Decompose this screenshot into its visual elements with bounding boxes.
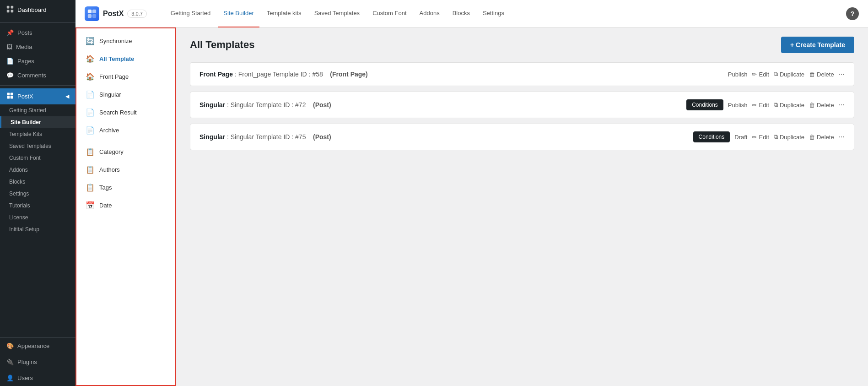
left-panel-tags[interactable]: 📋 Tags <box>76 179 175 196</box>
left-panel-date[interactable]: 📅 Date <box>76 196 175 214</box>
template-name-1: Front Page <box>199 71 233 78</box>
sidebar-item-users[interactable]: 👤 Users <box>0 370 75 386</box>
postx-label: PostX <box>17 93 33 100</box>
all-template-icon: 🏠 <box>86 54 95 63</box>
search-result-icon: 📄 <box>86 108 95 117</box>
template-type-1: (Front Page) <box>330 71 367 78</box>
svg-rect-9 <box>92 9 96 13</box>
category-icon: 📋 <box>86 147 95 156</box>
delete-link-2[interactable]: 🗑 Delete <box>809 102 834 109</box>
sidebar-sub-getting-started[interactable]: Getting Started <box>0 104 75 116</box>
svg-rect-0 <box>7 6 10 9</box>
tags-icon: 📋 <box>86 183 95 192</box>
topbar-nav-site-builder[interactable]: Site Builder <box>218 0 259 27</box>
svg-rect-10 <box>88 14 92 17</box>
singular-icon: 📄 <box>86 90 95 99</box>
comments-label: Comments <box>17 72 46 79</box>
left-panel-category[interactable]: 📋 Category <box>76 143 175 161</box>
left-panel-search-result[interactable]: 📄 Search Result <box>76 103 175 121</box>
svg-rect-2 <box>7 10 10 13</box>
topbar-nav-getting-started[interactable]: Getting Started <box>165 0 216 27</box>
right-panel-header: All Templates + Create Template <box>190 37 854 53</box>
topbar-nav-blocks[interactable]: Blocks <box>447 0 475 27</box>
duplicate-icon-2: ⧉ <box>774 101 778 109</box>
dashboard-nav-item[interactable]: Dashboard <box>0 0 75 20</box>
edit-link-3[interactable]: ✏ Edit <box>752 134 769 141</box>
topbar: PostX 3.0.7 Getting Started Site Builder… <box>75 0 868 27</box>
template-row: Front Page : Front_page Template ID : #5… <box>190 62 854 86</box>
topbar-nav-template-kits[interactable]: Template kits <box>261 0 307 27</box>
help-button[interactable]: ? <box>846 7 859 20</box>
delete-link-3[interactable]: 🗑 Delete <box>809 134 834 141</box>
pages-icon: 📄 <box>6 58 14 65</box>
edit-icon-1: ✏ <box>752 71 757 78</box>
sidebar-sub-addons[interactable]: Addons <box>0 164 75 176</box>
template-actions-3: Conditions Draft ✏ Edit ⧉ Duplicate 🗑 De… <box>693 131 845 142</box>
duplicate-link-2[interactable]: ⧉ Duplicate <box>774 101 804 109</box>
topbar-nav: Getting Started Site Builder Template ki… <box>165 0 837 27</box>
more-button-1[interactable]: ··· <box>839 70 845 78</box>
svg-rect-1 <box>11 6 14 9</box>
sidebar-item-plugins[interactable]: 🔌 Plugins <box>0 354 75 370</box>
create-template-button[interactable]: + Create Template <box>781 37 854 53</box>
left-panel-all-template[interactable]: 🏠 All Template <box>76 50 175 68</box>
left-panel-archive[interactable]: 📄 Archive <box>76 121 175 139</box>
edit-link-1[interactable]: ✏ Edit <box>752 71 769 78</box>
template-actions-1: Publish ✏ Edit ⧉ Duplicate 🗑 Delete ··· <box>728 70 845 78</box>
synchronize-icon: 🔄 <box>86 37 95 45</box>
sidebar-item-posts[interactable]: 📌 Posts <box>0 26 75 40</box>
template-type-3: (Post) <box>313 133 331 141</box>
template-info-2: Singular : Singular Template ID : #72 (P… <box>199 101 331 109</box>
template-desc-3: : Singular Template ID : #75 <box>227 133 311 141</box>
template-status-3: Draft <box>734 134 747 141</box>
sidebar-sub-license[interactable]: License <box>0 212 75 223</box>
topbar-nav-addons[interactable]: Addons <box>414 0 445 27</box>
sidebar-item-pages[interactable]: 📄 Pages <box>0 54 75 68</box>
sidebar-sub-template-kits[interactable]: Template Kits <box>0 128 75 140</box>
postx-logo-icon <box>85 6 99 21</box>
topbar-nav-saved-templates[interactable]: Saved Templates <box>309 0 366 27</box>
duplicate-icon-3: ⧉ <box>774 133 778 141</box>
sidebar-sub-site-builder[interactable]: Site Builder <box>0 116 75 128</box>
media-label: Media <box>16 43 32 50</box>
authors-icon: 📋 <box>86 165 95 174</box>
template-info-3: Singular : Singular Template ID : #75 (P… <box>199 133 331 141</box>
delete-link-1[interactable]: 🗑 Delete <box>809 71 834 78</box>
duplicate-link-3[interactable]: ⧉ Duplicate <box>774 133 804 141</box>
sidebar-item-postx[interactable]: PostX ◀ <box>0 88 75 104</box>
duplicate-link-1[interactable]: ⧉ Duplicate <box>774 71 804 78</box>
sidebar-sub-initial-setup[interactable]: Initital Setup <box>0 223 75 235</box>
edit-link-2[interactable]: ✏ Edit <box>752 102 769 109</box>
left-panel: 🔄 Synchronize 🏠 All Template 🏠 Front Pag… <box>75 27 176 386</box>
left-panel-front-page[interactable]: 🏠 Front Page <box>76 68 175 86</box>
sidebar-sub-settings[interactable]: Settings <box>0 188 75 200</box>
content-area: 🔄 Synchronize 🏠 All Template 🏠 Front Pag… <box>75 27 868 386</box>
topbar-nav-settings[interactable]: Settings <box>477 0 510 27</box>
sidebar-item-media[interactable]: 🖼 Media <box>0 40 75 54</box>
page-title: All Templates <box>190 39 254 51</box>
more-button-2[interactable]: ··· <box>839 101 845 109</box>
template-status-2: Publish <box>728 102 748 109</box>
left-panel-synchronize[interactable]: 🔄 Synchronize <box>76 32 175 50</box>
topbar-nav-custom-font[interactable]: Custom Font <box>367 0 412 27</box>
conditions-button-2[interactable]: Conditions <box>686 99 723 110</box>
svg-rect-4 <box>7 93 10 96</box>
sidebar-sub-blocks[interactable]: Blocks <box>0 176 75 188</box>
conditions-button-3[interactable]: Conditions <box>693 131 730 142</box>
date-label: Date <box>99 202 112 209</box>
template-type-2: (Post) <box>313 101 331 109</box>
edit-icon-3: ✏ <box>752 134 757 141</box>
tags-label: Tags <box>99 184 112 191</box>
sidebar-sub-saved-templates[interactable]: Saved Templates <box>0 140 75 152</box>
template-status-1: Publish <box>728 71 748 78</box>
template-desc-2: : Singular Template ID : #72 <box>227 101 311 109</box>
sidebar-sub-tutorials[interactable]: Tutorials <box>0 200 75 212</box>
svg-rect-6 <box>7 96 10 99</box>
template-desc-1: : Front_page Template ID : #58 <box>235 71 328 78</box>
sidebar-item-appearance[interactable]: 🎨 Appearance <box>0 338 75 354</box>
sidebar-item-comments[interactable]: 💬 Comments <box>0 68 75 82</box>
left-panel-singular[interactable]: 📄 Singular <box>76 86 175 103</box>
sidebar-sub-custom-font[interactable]: Custom Font <box>0 152 75 164</box>
more-button-3[interactable]: ··· <box>839 133 845 141</box>
left-panel-authors[interactable]: 📋 Authors <box>76 161 175 179</box>
